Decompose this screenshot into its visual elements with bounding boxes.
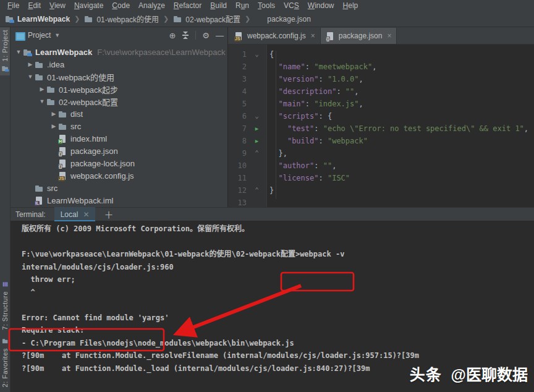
tree-item-01-webpack[interactable]: ▼01-webpack的使用 [11,70,227,83]
menu-item-analyze[interactable]: Analyze [134,1,169,10]
run-icon[interactable]: ▶ [255,138,258,144]
close-icon[interactable]: × [387,32,391,40]
tree-item-learnwebpack-iml[interactable]: ILLearnWebpack.iml [11,194,227,207]
terminal-line-8: Error: Cannot find module 'yargs' [22,312,534,325]
collapse-all-icon[interactable] [182,32,189,39]
tree-item-index-html[interactable]: Hindex.html [11,132,227,145]
hide-panel-icon[interactable]: — [216,32,224,40]
project-panel: Project ▼ ⊕ ⚙ — ▼LearnWebpackF:\vue\work… [11,27,228,234]
menu-item-tools[interactable]: Tools [253,1,279,10]
tree-item-label: LearnWebpack [35,48,92,57]
file-type-badge: {} [58,151,62,156]
code-token [269,161,278,170]
menu-item-help[interactable]: Help [339,1,363,10]
tree-item-package-json[interactable]: {}package.json [11,145,227,157]
breadcrumb-separator: ❯ [245,15,250,23]
menu-bar: FileEditViewNavigateCodeAnalyzeRefactorB… [0,0,534,11]
folder-icon [35,72,44,82]
breadcrumb-item-01-webpack[interactable]: 01-webpack的使用 [83,14,160,24]
tree-item-webpack-config-js[interactable]: JSwebpack.config.js [11,169,227,182]
tree-collapsed-icon[interactable]: ▶ [38,86,46,92]
menu-item-build[interactable]: Build [206,1,231,10]
code-token: "build" [287,137,319,145]
code-line-12: 12⌃} [228,184,534,197]
tool-button-project[interactable]: 1: Project [0,27,10,75]
fold-marker-icon[interactable]: ⌄ [247,110,267,122]
line-number: 1 [228,48,247,61]
fold-marker-icon[interactable]: ⌃ [247,147,267,160]
editor-tab-webpack-config-js[interactable]: JSwebpack.config.js× [229,28,321,44]
line-number: 4 [228,85,247,98]
project-panel-title[interactable]: Project [28,31,51,40]
chevron-down-icon[interactable]: ▼ [54,32,60,38]
breadcrumb-item-package-json[interactable]: package.json [253,14,312,23]
fold-marker-icon[interactable]: ⌃ [247,184,267,197]
code-line-10: 10 "author": "", [228,160,534,172]
menu-item-edit[interactable]: Edit [23,1,45,10]
menu-item-run[interactable]: Run [231,1,253,10]
editor-tab-package-json[interactable]: {}package.json× [321,28,397,44]
tree-collapsed-icon[interactable]: ▶ [49,123,58,129]
menu-item-navigate[interactable]: Navigate [70,1,108,10]
tool-button-favorites[interactable]: 2: Favorites [1,334,10,390]
code-text: "license": "ISC" [267,172,350,184]
tree-item-package-lock-json[interactable]: {}package-lock.json [11,157,227,169]
breadcrumb-separator: ❯ [74,15,80,23]
menu-item-view[interactable]: View [45,1,70,10]
code-token: "author" [278,161,314,170]
code-token: { [269,50,274,59]
menu-item-code[interactable]: Code [108,1,134,10]
tree-item-01-webpack[interactable]: ▶01-webpack起步 [11,83,227,95]
menu-item-vcs[interactable]: VCS [279,1,303,10]
line-number: 6 [228,110,247,122]
new-terminal-session-button[interactable]: ＋ [104,208,113,221]
code-token: , [372,62,376,71]
gutter-spacer [247,61,267,73]
tree-expanded-icon[interactable]: ▼ [26,74,35,80]
run-gutter-icon[interactable]: ▶ [247,122,267,135]
close-icon[interactable]: × [311,32,315,40]
terminal-tab-local[interactable]: Local ✕ [54,207,96,221]
code-token: : [318,174,327,182]
code-token [269,75,278,83]
tree-expanded-icon[interactable]: ▼ [38,98,46,104]
tree-item-learnwebpack[interactable]: ▼LearnWebpackF:\vue\workpaseace\LearnWeb… [11,46,227,58]
fold-marker-icon[interactable]: ⌄ [247,48,267,61]
folder-icon [35,184,44,193]
run-gutter-icon[interactable]: ▶ [247,135,267,147]
tree-item-label: index.html [70,134,107,143]
tool-button-favorites-label: 2: Favorites [1,348,9,387]
line-number: 2 [228,61,247,73]
tree-expanded-icon[interactable]: ▼ [14,49,23,55]
menu-item-refactor[interactable]: Refactor [169,1,206,10]
tree-item-src[interactable]: src [11,182,227,194]
menu-item-file[interactable]: File [3,1,23,10]
gutter-spacer [247,85,267,98]
code-line-1: 1⌄{ [228,48,534,61]
gutter-spacer [247,160,267,172]
code-text: "build": "webpack" [267,135,368,147]
tree-item-path: F:\vue\workpaseace\LearnWebpack [97,48,225,57]
tree-item-02-webpack[interactable]: ▼02-webpack配置 [11,95,227,108]
code-token: "description" [278,87,336,96]
tree-collapsed-icon[interactable]: ▶ [49,111,58,117]
gear-icon[interactable]: ⚙ [202,32,210,40]
tree-item-idea[interactable]: ▶.idea [11,58,227,70]
code-token: , [524,124,528,133]
run-icon[interactable]: ▶ [255,126,258,132]
menu-item-window[interactable]: Window [303,1,339,10]
folder-icon [46,97,56,106]
tool-button-structure[interactable]: 7: Structure [1,277,10,333]
tree-item-dist[interactable]: ▶dist [11,108,227,120]
code-line-2: 2 "name": "meetwebpack", [228,61,534,73]
tree-item-label: 02-webpack配置 [59,96,118,108]
tree-collapsed-icon[interactable]: ▶ [26,61,35,67]
tree-item-src[interactable]: ▶src [11,120,227,132]
line-number: 7 [228,122,247,135]
breadcrumb-item-02-webpack[interactable]: 02-webpack配置 [172,14,242,24]
breadcrumb-item-learnwebpack[interactable]: LearnWebpack [4,14,71,23]
breadcrumb-label: 02-webpack配置 [185,14,240,24]
close-icon[interactable]: ✕ [83,210,89,219]
code-area[interactable]: 1⌄{2 "name": "meetwebpack",3 "version": … [228,45,534,234]
locate-file-icon[interactable]: ⊕ [169,32,176,40]
